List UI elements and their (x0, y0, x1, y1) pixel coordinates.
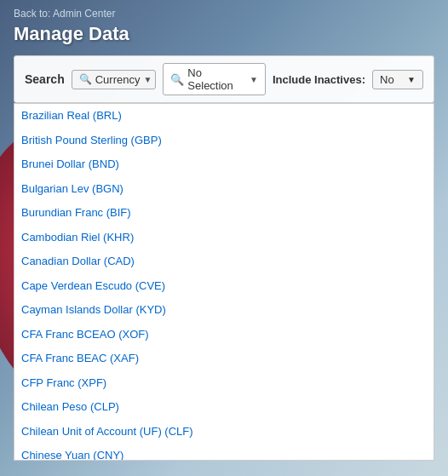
chevron-down-icon: ▼ (143, 75, 152, 84)
currency-list: Brazilian Real (BRL)British Pound Sterli… (14, 103, 434, 461)
inactives-value: No (380, 73, 394, 86)
list-item[interactable]: Burundian Franc (BIF) (14, 201, 434, 226)
list-item[interactable]: CFA Franc BEAC (XAF) (14, 347, 434, 371)
currency-dropdown-label: Currency (95, 73, 141, 86)
list-item[interactable]: Brazilian Real (BRL) (14, 104, 434, 129)
list-item[interactable]: Chinese Yuan (CNY) (14, 444, 434, 461)
chevron-down-icon-3: ▼ (407, 75, 416, 84)
header: Back to: Admin Center Manage Data (0, 0, 448, 49)
list-item[interactable]: CFP Franc (XPF) (14, 371, 434, 396)
list-item[interactable]: CFA Franc BCEAO (XOF) (14, 323, 434, 347)
search-icon: 🔍 (79, 73, 92, 85)
back-link[interactable]: Back to: Admin Center (14, 8, 115, 20)
include-inactives-label: Include Inactives: (273, 73, 365, 86)
chevron-down-icon-2: ▼ (250, 75, 258, 84)
search-icon-2: 🔍 (170, 73, 184, 86)
search-label: Search (25, 72, 65, 86)
list-item[interactable]: British Pound Sterling (GBP) (14, 129, 434, 153)
no-selection-dropdown[interactable]: 🔍 No Selection ▼ (163, 63, 266, 95)
page-title: Manage Data (14, 23, 434, 45)
list-item[interactable]: Cayman Islands Dollar (KYD) (14, 298, 434, 323)
list-item[interactable]: Chilean Unit of Account (UF) (CLF) (14, 420, 434, 444)
list-item[interactable]: Brunei Dollar (BND) (14, 152, 434, 177)
currency-dropdown[interactable]: 🔍 Currency ▼ (72, 70, 157, 89)
list-item[interactable]: Canadian Dollar (CAD) (14, 249, 434, 274)
list-item[interactable]: Cape Verdean Escudo (CVE) (14, 274, 434, 299)
list-item[interactable]: Chilean Peso (CLP) (14, 395, 434, 420)
list-item[interactable]: Bulgarian Lev (BGN) (14, 177, 434, 202)
list-item[interactable]: Cambodian Riel (KHR) (14, 226, 434, 250)
no-selection-label: No Selection (187, 66, 246, 92)
inactives-dropdown[interactable]: No ▼ (372, 70, 423, 89)
search-bar: Search 🔍 Currency ▼ 🔍 No Selection ▼ Inc… (14, 55, 434, 103)
